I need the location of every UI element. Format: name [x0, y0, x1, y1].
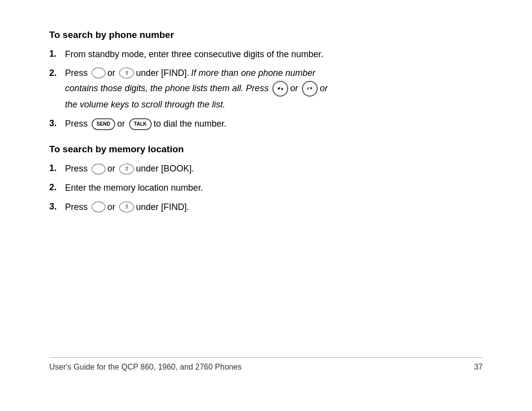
- italic-final: the volume keys to scroll through the li…: [65, 98, 225, 112]
- under-find-text: under [FIND].: [136, 67, 189, 80]
- italic-text: If more than one phone number: [191, 67, 315, 80]
- list-item: 2. Press or ⇧ under [FIND]. If more than…: [49, 67, 483, 112]
- or-text: or: [107, 200, 115, 214]
- under-find-text: under [FIND].: [136, 200, 189, 214]
- list-item-content: Press or ⇧ under [BOOK].: [65, 162, 194, 176]
- soft-key-button[interactable]: [92, 68, 105, 78]
- arrow-button[interactable]: ⇧: [119, 202, 134, 212]
- page-content: To search by phone number 1. From standb…: [0, 0, 532, 411]
- soft-key-button[interactable]: [92, 202, 105, 212]
- talk-button[interactable]: TALK: [129, 118, 152, 130]
- footer-left: User's Guide for the QCP 860, 1960, and …: [49, 363, 242, 372]
- list-item: 3. Press or ⇧ under [FIND].: [49, 200, 483, 214]
- list-item: 1. Press or ⇧ under [BOOK].: [49, 162, 483, 176]
- page-footer: User's Guide for the QCP 860, 1960, and …: [49, 357, 483, 372]
- section-phone-number: To search by phone number 1. From standb…: [49, 30, 483, 131]
- second-line: contains those digits, the phone lists t…: [65, 81, 330, 97]
- dial-text: to dial the number.: [154, 117, 227, 131]
- footer-page-number: 37: [474, 363, 483, 372]
- list-item-content: Press SEND or TALK to dial the number.: [65, 117, 227, 131]
- list-number: 2.: [49, 67, 63, 80]
- section-memory-location: To search by memory location 1. Press or…: [49, 144, 483, 214]
- list-item: 3. Press SEND or TALK to dial the number…: [49, 117, 483, 131]
- arrow-button[interactable]: ⇧: [119, 68, 134, 78]
- press-text: Press: [65, 67, 88, 80]
- list-item-content: Press or ⇧ under [FIND]. If more than on…: [65, 67, 330, 112]
- list-item: 2. Enter the memory location number.: [49, 181, 483, 195]
- hash-down-button[interactable]: #▼: [302, 81, 318, 97]
- section-title-phone: To search by phone number: [49, 30, 483, 40]
- list-item-content: Press or ⇧ under [FIND].: [65, 200, 189, 214]
- item-text: Enter the memory location number.: [65, 181, 203, 195]
- soft-key-button[interactable]: [92, 164, 105, 174]
- list-item: 1. From standby mode, enter three consec…: [49, 47, 483, 62]
- third-line: the volume keys to scroll through the li…: [65, 98, 330, 112]
- main-content: To search by phone number 1. From standb…: [49, 30, 483, 357]
- list-item-content: Enter the memory location number.: [65, 181, 203, 195]
- press-text: Press: [65, 200, 88, 214]
- arrow-button[interactable]: ⇧: [119, 164, 134, 174]
- italic-continues: contains those digits, the phone lists t…: [65, 81, 268, 96]
- item-text: From standby mode, enter three consecuti…: [65, 47, 323, 62]
- send-button[interactable]: SEND: [92, 118, 115, 130]
- memory-location-list: 1. Press or ⇧ under [BOOK]. 2. Enter the…: [49, 162, 483, 214]
- section-title-memory: To search by memory location: [49, 144, 483, 155]
- first-line: Press or ⇧ under [FIND]. If more than on…: [65, 67, 330, 80]
- under-book-text: under [BOOK].: [136, 162, 194, 176]
- list-number: 3.: [49, 117, 63, 130]
- or-text: or: [117, 117, 125, 131]
- or-text: or: [107, 162, 115, 176]
- press-text: Press: [65, 162, 88, 176]
- list-item-content: From standby mode, enter three consecuti…: [65, 47, 323, 62]
- press-text: Press: [65, 117, 88, 131]
- or-text3: or: [320, 81, 328, 96]
- list-number: 1.: [49, 162, 63, 175]
- phone-number-list: 1. From standby mode, enter three consec…: [49, 47, 483, 131]
- list-number: 3.: [49, 200, 63, 213]
- or-text: or: [107, 67, 115, 80]
- or-text2: or: [290, 81, 298, 96]
- star-up-button[interactable]: ★▲: [272, 81, 288, 97]
- list-number: 1.: [49, 47, 63, 61]
- list-number: 2.: [49, 181, 63, 194]
